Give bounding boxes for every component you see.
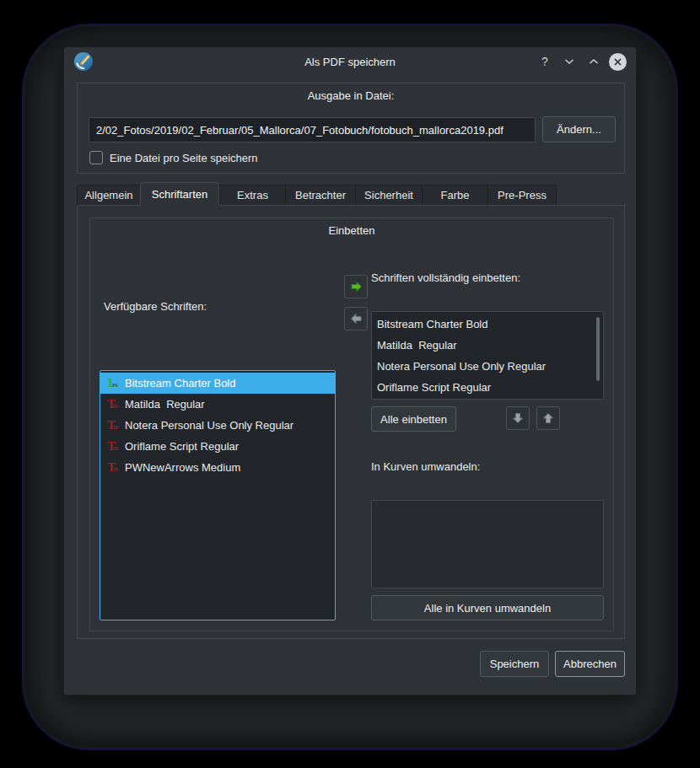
- chevron-up-icon[interactable]: [584, 52, 603, 71]
- output-group-title: Ausgabe in Datei:: [78, 83, 624, 102]
- tab-schriftarten[interactable]: Schriftarten: [140, 182, 219, 206]
- settings-tabbar: Allgemein Schriftarten Extras Betrachter…: [77, 182, 557, 206]
- help-button[interactable]: ?: [536, 52, 554, 71]
- embedded-fonts-list[interactable]: Bitstream Charter Bold Matilda Regular N…: [371, 311, 604, 400]
- cancel-button[interactable]: Abbrechen: [555, 651, 625, 677]
- tab-allgemein[interactable]: Allgemein: [77, 185, 140, 206]
- arrow-up-icon: [542, 412, 554, 424]
- titlebar[interactable]: Als PDF speichern ?: [64, 47, 636, 76]
- fonts-tab-panel: Einbetten Verfügbare Schriften: Bitstrea…: [77, 205, 625, 639]
- output-path-input[interactable]: [89, 117, 536, 142]
- save-button[interactable]: Speichern: [480, 651, 549, 677]
- tab-sicherheit[interactable]: Sicherheit: [355, 185, 422, 206]
- list-item[interactable]: Notera Personal Use Only Regular: [372, 356, 603, 377]
- output-file-group: Ausgabe in Datei: Ändern... Eine Datei p…: [77, 83, 625, 174]
- save-as-pdf-dialog: Als PDF speichern ? Ausgabe in Datei: Än…: [63, 46, 637, 695]
- embed-group: Einbetten Verfügbare Schriften: Bitstrea…: [89, 218, 614, 631]
- outline-fonts-label: In Kurven umwandeln:: [371, 460, 480, 473]
- truetype-font-icon: [105, 461, 119, 475]
- move-from-embed-button[interactable]: [344, 307, 368, 330]
- list-item[interactable]: Oriflame Script Regular: [100, 436, 335, 457]
- close-button[interactable]: [609, 53, 627, 71]
- list-item[interactable]: Oriflame Script Regular: [372, 377, 603, 398]
- move-down-button[interactable]: [506, 406, 530, 430]
- embed-group-title: Einbetten: [90, 218, 613, 237]
- list-item[interactable]: Matilda Regular: [372, 335, 603, 356]
- move-up-button[interactable]: [536, 406, 560, 430]
- list-item[interactable]: Bitstream Charter Bold: [100, 373, 335, 394]
- arrow-left-icon: [350, 313, 363, 325]
- arrow-down-icon: [512, 412, 524, 424]
- available-fonts-label: Verfügbare Schriften:: [104, 300, 207, 313]
- chevron-down-icon[interactable]: [560, 52, 579, 71]
- one-file-per-page-checkbox[interactable]: [89, 151, 103, 164]
- embed-fonts-label: Schriften vollständig einbetten:: [371, 271, 520, 284]
- scribus-app-icon: [73, 51, 94, 72]
- type1-font-icon: [105, 377, 119, 390]
- truetype-font-icon: [105, 398, 119, 411]
- list-item[interactable]: PWNewArrows Medium: [100, 457, 335, 478]
- truetype-font-icon: [105, 419, 119, 432]
- scrollbar[interactable]: [596, 317, 600, 381]
- one-file-per-page-label: Eine Datei pro Seite speichern: [110, 152, 258, 164]
- list-item[interactable]: Bitstream Charter Bold: [372, 314, 603, 335]
- one-file-per-page-row[interactable]: Eine Datei pro Seite speichern: [89, 151, 258, 164]
- outline-all-button[interactable]: Alle in Kurven umwandeln: [371, 595, 604, 620]
- embed-all-button[interactable]: Alle einbetten: [371, 406, 456, 432]
- tab-betrachter[interactable]: Betrachter: [285, 185, 355, 206]
- list-item[interactable]: Matilda Regular: [100, 394, 335, 415]
- tab-extras[interactable]: Extras: [219, 185, 285, 206]
- tab-pre-press[interactable]: Pre-Press: [487, 185, 557, 206]
- list-item[interactable]: Notera Personal Use Only Regular: [100, 415, 335, 436]
- truetype-font-icon: [105, 440, 119, 454]
- tab-farbe[interactable]: Farbe: [422, 185, 487, 206]
- available-fonts-list[interactable]: Bitstream Charter Bold Matilda Regular N…: [100, 370, 336, 620]
- move-to-embed-button[interactable]: [344, 275, 368, 298]
- change-path-button[interactable]: Ändern...: [542, 116, 616, 142]
- arrow-right-icon: [350, 281, 363, 293]
- outline-fonts-list[interactable]: [371, 500, 604, 588]
